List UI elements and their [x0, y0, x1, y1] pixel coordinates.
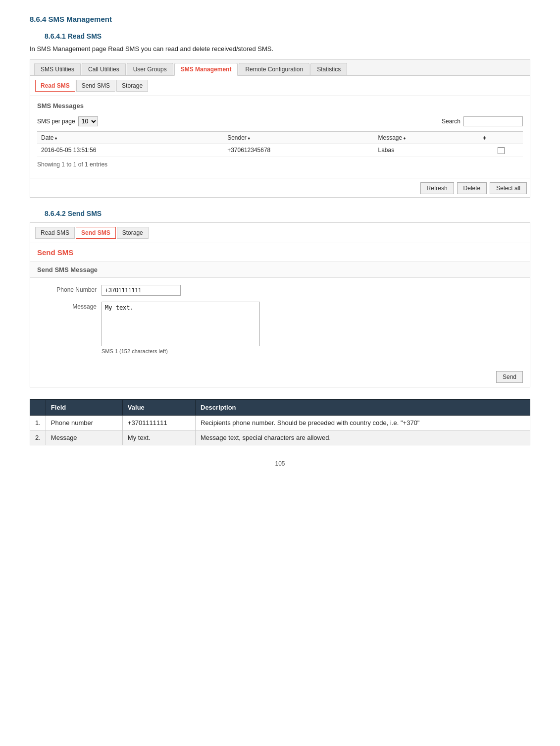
subsection1-intro: In SMS Management page Read SMS you can …: [30, 45, 530, 53]
dt-row1-description: Recipients phone number. Should be prece…: [196, 415, 530, 430]
col-sender[interactable]: Sender: [223, 132, 374, 144]
col-message[interactable]: Message: [374, 132, 479, 144]
nav-tab-remote-configuration[interactable]: Remote Configuration: [239, 63, 309, 75]
dt-col-value: Value: [122, 399, 195, 415]
sms-per-page-control: SMS per page 10 25 50: [37, 116, 98, 126]
send-sub-tab-read-sms[interactable]: Read SMS: [35, 227, 75, 239]
dt-col-num: [30, 399, 46, 415]
delete-button[interactable]: Delete: [457, 182, 487, 194]
send-sms-panel: Read SMS Send SMS Storage Send SMS Send …: [30, 222, 530, 387]
nav-tab-sms-utilities[interactable]: SMS Utilities: [34, 63, 81, 75]
data-table: Field Value Description 1. Phone number …: [30, 399, 530, 445]
search-input[interactable]: [463, 116, 523, 126]
sms-per-page-select[interactable]: 10 25 50: [78, 116, 98, 126]
sms-messages-section-title: SMS Messages: [37, 102, 523, 111]
phone-number-label: Phone Number: [37, 285, 102, 293]
col-date[interactable]: Date: [37, 132, 223, 144]
cell-checkbox[interactable]: [479, 144, 523, 157]
send-sub-tab-storage[interactable]: Storage: [117, 227, 149, 239]
sms-per-page-label: SMS per page: [37, 118, 75, 125]
message-label: Message: [37, 302, 102, 310]
nav-tab-statistics[interactable]: Statistics: [310, 63, 347, 75]
dt-row1-value: +3701111111: [122, 415, 195, 430]
bottom-buttons: Refresh Delete Select all: [30, 178, 530, 197]
nav-tab-call-utilities[interactable]: Call Utilities: [82, 63, 126, 75]
dt-col-description: Description: [196, 399, 530, 415]
send-btn-row: Send: [30, 367, 530, 387]
dt-col-field: Field: [46, 399, 122, 415]
sms-table: Date Sender Message ♦ 2016-05-05 13:51:5…: [37, 131, 523, 157]
read-sms-sub-tabs: Read SMS Send SMS Storage: [30, 76, 530, 96]
sub-tab-storage[interactable]: Storage: [116, 80, 148, 92]
cell-message: Labas: [374, 144, 479, 157]
table-row: 2016-05-05 13:51:56 +370612345678 Labas: [37, 144, 523, 157]
nav-tab-user-groups[interactable]: User Groups: [127, 63, 173, 75]
message-textarea[interactable]: My text.: [102, 302, 260, 346]
cell-sender: +370612345678: [223, 144, 374, 157]
page-footer: 105: [30, 460, 530, 467]
search-label: Search: [442, 118, 460, 125]
phone-number-row: Phone Number: [37, 285, 523, 296]
row-checkbox[interactable]: [498, 147, 505, 154]
select-all-button[interactable]: Select all: [490, 182, 527, 194]
send-sms-form: Phone Number Message My text. SMS 1 (152…: [30, 278, 530, 367]
col-checkbox-header: ♦: [479, 132, 523, 144]
subsection1-heading: 8.6.4.1 Read SMS: [45, 32, 530, 40]
phone-number-input-wrap: [102, 285, 181, 296]
dt-row2-description: Message text, special characters are all…: [196, 430, 530, 445]
dt-row2-num: 2.: [30, 430, 46, 445]
subsection2-heading: 8.6.4.2 Send SMS: [45, 210, 530, 217]
cell-date: 2016-05-05 13:51:56: [37, 144, 223, 157]
dt-row2-value: My text.: [122, 430, 195, 445]
nav-tab-sms-management[interactable]: SMS Management: [174, 63, 238, 76]
search-control: Search: [442, 116, 523, 126]
section-heading: 8.6.4 SMS Management: [30, 15, 530, 23]
send-sub-tab-send-sms[interactable]: Send SMS: [76, 227, 116, 239]
sms-count-text: SMS 1 (152 characters left): [102, 348, 260, 354]
read-sms-panel: SMS Utilities Call Utilities User Groups…: [30, 59, 530, 198]
dt-row-1: 1. Phone number +3701111111 Recipients p…: [30, 415, 530, 430]
send-sms-sub-tabs: Read SMS Send SMS Storage: [30, 223, 530, 243]
nav-tabs-row: SMS Utilities Call Utilities User Groups…: [30, 60, 530, 76]
message-input-wrap: My text. SMS 1 (152 characters left): [102, 302, 260, 354]
message-row: Message My text. SMS 1 (152 characters l…: [37, 302, 523, 354]
dt-row-2: 2. Message My text. Message text, specia…: [30, 430, 530, 445]
dt-row1-num: 1.: [30, 415, 46, 430]
top-controls: SMS per page 10 25 50 Search: [37, 116, 523, 126]
send-sms-panel-title: Send SMS: [30, 243, 530, 262]
send-sms-section-title: Send SMS Message: [30, 262, 530, 278]
refresh-button[interactable]: Refresh: [420, 182, 454, 194]
sub-tab-read-sms[interactable]: Read SMS: [35, 80, 75, 92]
showing-entries: Showing 1 to 1 of 1 entries: [37, 161, 523, 168]
send-button[interactable]: Send: [496, 371, 523, 383]
sub-tab-send-sms[interactable]: Send SMS: [76, 80, 115, 92]
dt-row2-field: Message: [46, 430, 122, 445]
dt-row1-field: Phone number: [46, 415, 122, 430]
phone-number-input[interactable]: [102, 285, 181, 296]
